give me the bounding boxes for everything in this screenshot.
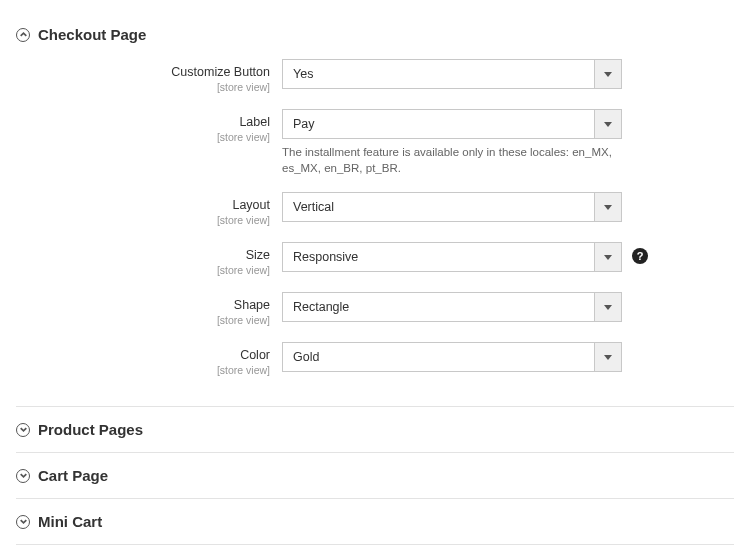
field-scope: [store view] (16, 131, 270, 143)
chevron-down-icon (594, 292, 622, 322)
section-cart-page: Cart Page (16, 453, 734, 499)
field-control: Rectangle (282, 292, 622, 322)
field-control: Pay The installment feature is available… (282, 109, 622, 176)
section-header-minicart[interactable]: Mini Cart (16, 513, 734, 530)
section-title: Cart Page (38, 467, 108, 484)
svg-marker-0 (604, 72, 612, 77)
section-header-product[interactable]: Product Pages (16, 421, 734, 438)
field-label: Customize Button (16, 65, 270, 80)
section-title: Mini Cart (38, 513, 102, 530)
svg-marker-1 (604, 122, 612, 127)
field-label: Color (16, 348, 270, 363)
select-customize-button[interactable]: Yes (282, 59, 622, 89)
select-value: Rectangle (282, 292, 594, 322)
field-shape: Shape [store view] Rectangle (16, 292, 734, 326)
select-size[interactable]: Responsive (282, 242, 622, 272)
field-label-select: Label [store view] Pay The installment f… (16, 109, 734, 176)
field-layout: Layout [store view] Vertical (16, 192, 734, 226)
section-header-checkout[interactable]: Checkout Page (16, 26, 734, 43)
field-label-col: Label [store view] (16, 109, 282, 143)
select-value: Responsive (282, 242, 594, 272)
field-color: Color [store view] Gold (16, 342, 734, 376)
field-control: Gold (282, 342, 622, 372)
field-control: Vertical (282, 192, 622, 222)
section-product-pages: Product Pages (16, 407, 734, 453)
chevron-down-icon (16, 515, 30, 529)
svg-marker-3 (604, 255, 612, 260)
field-label: Size (16, 248, 270, 263)
chevron-down-icon (594, 59, 622, 89)
svg-marker-2 (604, 205, 612, 210)
field-label: Layout (16, 198, 270, 213)
select-layout[interactable]: Vertical (282, 192, 622, 222)
chevron-down-icon (16, 469, 30, 483)
select-value: Yes (282, 59, 594, 89)
select-value: Vertical (282, 192, 594, 222)
field-scope: [store view] (16, 314, 270, 326)
field-label-col: Size [store view] (16, 242, 282, 276)
field-control: Responsive ? (282, 242, 622, 272)
field-size: Size [store view] Responsive ? (16, 242, 734, 276)
field-scope: [store view] (16, 81, 270, 93)
help-icon[interactable]: ? (632, 248, 648, 264)
section-title: Product Pages (38, 421, 143, 438)
field-label: Label (16, 115, 270, 130)
field-scope: [store view] (16, 264, 270, 276)
chevron-down-icon (594, 109, 622, 139)
section-title: Checkout Page (38, 26, 146, 43)
field-label: Shape (16, 298, 270, 313)
field-control: Yes (282, 59, 622, 89)
select-shape[interactable]: Rectangle (282, 292, 622, 322)
chevron-up-icon (16, 28, 30, 42)
chevron-down-icon (16, 423, 30, 437)
field-note: The installment feature is available onl… (282, 144, 622, 176)
field-label-col: Color [store view] (16, 342, 282, 376)
chevron-down-icon (594, 192, 622, 222)
select-label[interactable]: Pay (282, 109, 622, 139)
field-customize-button: Customize Button [store view] Yes (16, 59, 734, 93)
field-label-col: Customize Button [store view] (16, 59, 282, 93)
svg-marker-4 (604, 305, 612, 310)
field-label-col: Layout [store view] (16, 192, 282, 226)
section-body-checkout: Customize Button [store view] Yes Label … (16, 43, 734, 396)
chevron-down-icon (594, 242, 622, 272)
field-scope: [store view] (16, 214, 270, 226)
select-value: Pay (282, 109, 594, 139)
select-value: Gold (282, 342, 594, 372)
svg-marker-5 (604, 355, 612, 360)
section-mini-cart: Mini Cart (16, 499, 734, 545)
section-header-cart[interactable]: Cart Page (16, 467, 734, 484)
select-color[interactable]: Gold (282, 342, 622, 372)
field-scope: [store view] (16, 364, 270, 376)
section-checkout-page: Checkout Page Customize Button [store vi… (16, 12, 734, 396)
chevron-down-icon (594, 342, 622, 372)
field-label-col: Shape [store view] (16, 292, 282, 326)
